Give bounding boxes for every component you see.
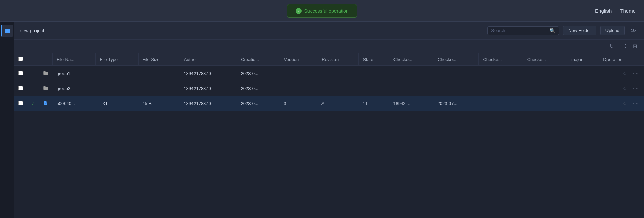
- row-check-mark: [27, 66, 39, 81]
- th-checked3[interactable]: Checke...: [479, 53, 523, 66]
- files-icon: [4, 28, 11, 34]
- row-filetype: [96, 81, 138, 96]
- th-version[interactable]: Version: [280, 53, 317, 66]
- row-checked2: [433, 66, 479, 81]
- row-filename: group2: [53, 81, 96, 96]
- row-revision: A: [317, 96, 359, 111]
- table-body: group1189421788702023-0...☆⋯group2189421…: [14, 66, 644, 111]
- row-checkbox[interactable]: [18, 71, 23, 75]
- top-right-actions: English Theme: [595, 8, 636, 14]
- table-row[interactable]: ✓500040...TXT45 B189421788702023-0...3A1…: [14, 96, 644, 111]
- folder-icon: [43, 71, 48, 77]
- refresh-button[interactable]: ↻: [608, 42, 615, 51]
- row-filesize: [138, 66, 180, 81]
- expand-button[interactable]: ⛶: [619, 42, 627, 51]
- row-creation: 2023-0...: [237, 66, 280, 81]
- row-creation: 2023-0...: [237, 96, 280, 111]
- table-row[interactable]: group1189421788702023-0...☆⋯: [14, 66, 644, 81]
- row-check-mark: ✓: [27, 96, 39, 111]
- th-filetype[interactable]: File Type: [96, 53, 138, 66]
- row-star-button[interactable]: ☆: [620, 69, 629, 77]
- row-author: 18942178870: [180, 81, 237, 96]
- row-more-button[interactable]: ⋯: [630, 84, 640, 92]
- notification-bar: ✓ Successful operation English Theme: [0, 0, 644, 22]
- row-major: [567, 66, 599, 81]
- success-notification: ✓ Successful operation: [287, 4, 357, 18]
- row-state: [359, 66, 389, 81]
- row-checkbox[interactable]: [18, 101, 23, 105]
- notification-message: Successful operation: [304, 8, 349, 14]
- language-selector[interactable]: English: [595, 8, 612, 14]
- th-creation[interactable]: Creatio...: [237, 53, 280, 66]
- row-checked1: [389, 66, 433, 81]
- new-folder-button[interactable]: New Folder: [563, 26, 596, 35]
- row-creation: 2023-0...: [237, 81, 280, 96]
- row-major: [567, 81, 599, 96]
- th-operation: Operation: [599, 53, 644, 66]
- table-header: File Na... File Type File Size Author Cr…: [14, 53, 644, 66]
- row-checked2: 2023-07...: [433, 96, 479, 111]
- row-more-button[interactable]: ⋯: [630, 99, 640, 107]
- file-icon: [43, 101, 48, 107]
- row-major: [567, 96, 599, 111]
- th-checked2[interactable]: Checke...: [433, 53, 479, 66]
- row-checked2: [433, 81, 479, 96]
- sidebar-item-files[interactable]: [1, 25, 13, 37]
- th-revision[interactable]: Revision: [317, 53, 359, 66]
- row-star-button[interactable]: ☆: [620, 99, 629, 107]
- row-revision: [317, 81, 359, 96]
- upload-button[interactable]: Upload: [600, 26, 625, 35]
- th-filename[interactable]: File Na...: [53, 53, 96, 66]
- row-filename: group1: [53, 66, 96, 81]
- sidebar: [0, 22, 14, 218]
- success-icon: ✓: [296, 8, 302, 14]
- row-checked4: [523, 96, 567, 111]
- panel-header: new project 🔍 New Folder Upload ≫: [14, 22, 644, 40]
- file-table: File Na... File Type File Size Author Cr…: [14, 53, 644, 218]
- row-file-icon-cell: [39, 81, 53, 96]
- row-checkbox-cell: [14, 81, 27, 96]
- row-revision: [317, 66, 359, 81]
- row-checked3: [479, 81, 523, 96]
- row-version: 3: [280, 96, 317, 111]
- th-state[interactable]: State: [359, 53, 389, 66]
- row-author: 18942178870: [180, 66, 237, 81]
- row-filetype: [96, 66, 138, 81]
- files-table: File Na... File Type File Size Author Cr…: [14, 53, 644, 111]
- th-author[interactable]: Author: [180, 53, 237, 66]
- folder-icon: [43, 86, 48, 92]
- row-star-button[interactable]: ☆: [620, 84, 629, 92]
- row-filesize: [138, 81, 180, 96]
- row-filetype: TXT: [96, 96, 138, 111]
- th-checkbox: [14, 53, 27, 66]
- row-state: 11: [359, 96, 389, 111]
- select-all-checkbox[interactable]: [18, 57, 23, 61]
- th-checked4[interactable]: Checke...: [523, 53, 567, 66]
- th-checked1[interactable]: Checke...: [389, 53, 433, 66]
- row-filename: 500040...: [53, 96, 96, 111]
- row-operations: ☆⋯: [599, 66, 644, 81]
- project-title: new project: [20, 28, 483, 33]
- content-panel: new project 🔍 New Folder Upload ≫ ↻ ⛶ ⊞: [14, 22, 644, 218]
- row-operations: ☆⋯: [599, 96, 644, 111]
- row-checked1: 18942l...: [389, 96, 433, 111]
- row-checked3: [479, 66, 523, 81]
- row-checked4: [523, 66, 567, 81]
- grid-view-button[interactable]: ⊞: [631, 42, 639, 51]
- main-container: new project 🔍 New Folder Upload ≫ ↻ ⛶ ⊞: [0, 22, 644, 218]
- row-checked1: [389, 81, 433, 96]
- search-input[interactable]: [491, 28, 547, 33]
- row-checkbox[interactable]: [18, 86, 23, 90]
- toolbar-row: ↻ ⛶ ⊞: [14, 40, 644, 53]
- row-filesize: 45 B: [138, 96, 180, 111]
- th-check-mark: [27, 53, 39, 66]
- collapse-sidebar-button[interactable]: ≫: [629, 26, 639, 35]
- row-more-button[interactable]: ⋯: [630, 69, 640, 77]
- search-box: 🔍: [487, 26, 559, 35]
- th-filesize[interactable]: File Size: [138, 53, 180, 66]
- th-major[interactable]: major: [567, 53, 599, 66]
- table-row[interactable]: group2189421788702023-0...☆⋯: [14, 81, 644, 96]
- row-operations: ☆⋯: [599, 81, 644, 96]
- theme-selector[interactable]: Theme: [620, 8, 636, 14]
- row-version: [280, 66, 317, 81]
